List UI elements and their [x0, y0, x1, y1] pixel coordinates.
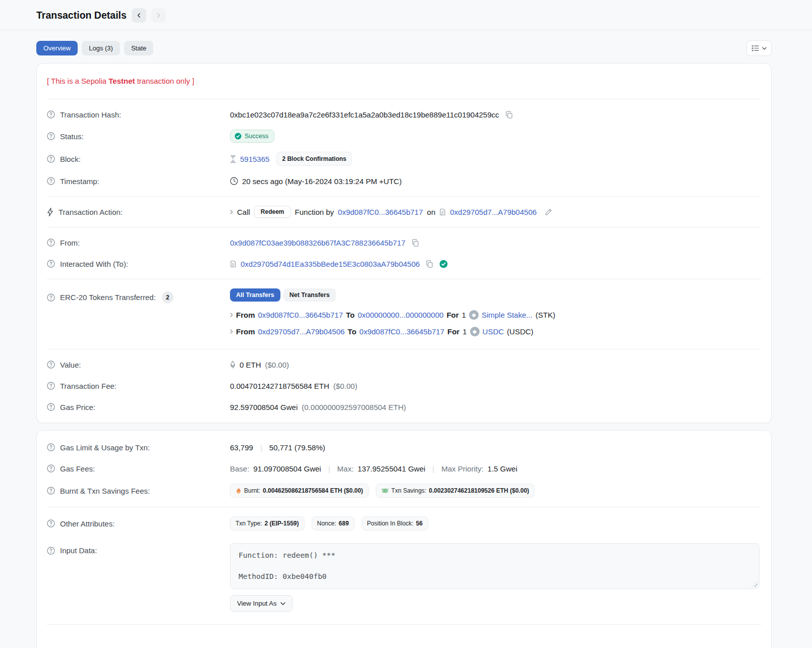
gas-used-value: 50,771 (79.58%): [269, 443, 325, 452]
copy-icon[interactable]: [412, 239, 419, 247]
hourglass-icon: [230, 155, 236, 163]
transaction-fee-amount: 0.004701242718756584 ETH: [230, 382, 329, 390]
next-transaction-button[interactable]: [151, 8, 166, 23]
transfer-to-word: To: [347, 327, 356, 336]
separator: |: [257, 443, 265, 452]
to-address-link[interactable]: 0xd29705d74d1Ea335bBede15E3c0803aA79b045…: [241, 260, 420, 268]
erc20-count-badge: 2: [162, 291, 173, 303]
net-transfers-button[interactable]: Net Transfers: [283, 288, 336, 302]
caret-right-icon[interactable]: [230, 210, 233, 214]
row-transaction-fee: Transaction Fee: 0.004701242718756584 ET…: [47, 375, 761, 396]
input-data-textarea[interactable]: Function: redeem() *** MethodID: 0xbe040…: [230, 543, 760, 589]
question-circle-icon[interactable]: [47, 239, 55, 247]
timestamp-label: Timestamp:: [60, 177, 99, 186]
copy-icon[interactable]: [505, 111, 513, 119]
input-data-label: Input Data:: [60, 546, 97, 555]
transfer-for-word: For: [447, 327, 459, 336]
row-block: Block: 5915365 2 Block Confirmations: [47, 147, 761, 170]
transfer-to-link[interactable]: 0x00000000...000000000: [358, 311, 443, 319]
max-fee-value: 137.95255041 Gwei: [358, 464, 425, 473]
separator: |: [325, 464, 333, 473]
question-circle-icon[interactable]: [47, 177, 55, 185]
transfer-to-link[interactable]: 0x9d087fC0...36645b717: [360, 327, 444, 336]
base-fee-value: 91.097008504 Gwei: [253, 464, 321, 473]
token-icon: ◆: [470, 327, 480, 336]
transfer-to-word: To: [346, 311, 355, 319]
caret-right-icon[interactable]: [230, 329, 233, 334]
transaction-fee-label: Transaction Fee:: [60, 382, 117, 390]
question-circle-icon[interactable]: [47, 464, 55, 473]
question-circle-icon[interactable]: [47, 547, 55, 555]
tab-logs[interactable]: Logs (3): [82, 41, 120, 55]
resize-handle[interactable]: [751, 581, 758, 587]
base-fee-label: Base:: [230, 464, 249, 473]
block-label: Block:: [60, 155, 81, 163]
warning-suffix: transaction only ]: [135, 77, 195, 85]
transfer-token-link[interactable]: Simple Stake...: [482, 311, 533, 319]
row-value: Value: 0 ETH ($0.00): [47, 354, 761, 375]
testnet-warning: [ This is a Sepolia Testnet transaction …: [47, 66, 761, 94]
action-by-address-link[interactable]: 0x9d087fC0...36645b717: [338, 208, 423, 216]
row-status: Status: Success: [47, 125, 761, 147]
nonce-label: Nonce:: [317, 520, 336, 527]
all-transfers-button[interactable]: All Transfers: [230, 288, 280, 302]
details-card: Gas Limit & Usage by Txn: 63,799 | 50,77…: [36, 430, 772, 648]
copy-icon[interactable]: [426, 260, 433, 268]
question-circle-icon[interactable]: [47, 110, 55, 119]
edit-pencil-icon[interactable]: [545, 208, 552, 216]
max-priority-label: Max Priority:: [441, 464, 483, 473]
verified-check-icon: [439, 260, 448, 268]
value-label: Value:: [60, 361, 81, 369]
transfer-token-symbol: (USDC): [507, 327, 534, 336]
previous-transaction-button[interactable]: [132, 8, 146, 23]
burnt-value: 0.004625086218756584 ETH ($0.00): [263, 487, 363, 494]
position-value: 56: [416, 520, 423, 527]
txn-savings-label-text: Txn Savings:: [391, 487, 426, 494]
txn-savings-value: 0.002302746218109526 ETH ($0.00): [429, 487, 529, 494]
position-label: Position In Block:: [367, 520, 414, 527]
question-circle-icon[interactable]: [47, 487, 55, 495]
question-circle-icon[interactable]: [47, 132, 55, 140]
transaction-hash-value: 0xbc1e023c07d18ea9a7c2e6f331efc1a5a2a0b3…: [230, 110, 499, 119]
transfer-from-link[interactable]: 0xd29705d7...A79b04506: [258, 327, 345, 336]
transfer-from-link[interactable]: 0x9d087fC0...36645b717: [258, 311, 343, 319]
caret-right-icon[interactable]: [230, 313, 233, 317]
question-circle-icon[interactable]: [47, 403, 55, 411]
divider: [47, 349, 761, 349]
gas-limit-value: 63,799: [230, 443, 253, 452]
burnt-badge: Burnt: 0.004625086218756584 ETH ($0.00): [230, 484, 369, 498]
txn-type-badge: Txn Type: 2 (EIP-1559): [230, 516, 305, 531]
question-circle-icon[interactable]: [47, 293, 55, 302]
transfer-token-link[interactable]: USDC: [483, 327, 504, 336]
chevron-left-icon: [136, 13, 142, 18]
row-erc20-transfers: ERC-20 Tokens Transferred: 2 All Transfe…: [47, 284, 761, 344]
value-amount: 0 ETH: [240, 361, 261, 369]
from-address-link[interactable]: 0x9d087fC03ae39b088326b67fA3C788236645b7…: [230, 239, 405, 247]
question-circle-icon[interactable]: [47, 260, 55, 268]
row-timestamp: Timestamp: 20 secs ago (May-16-2024 03:1…: [47, 170, 761, 192]
question-circle-icon[interactable]: [47, 155, 55, 163]
view-input-as-label: View Input As: [237, 600, 277, 607]
tab-state[interactable]: State: [124, 41, 153, 55]
warning-prefix: [ This is a Sepolia: [47, 77, 108, 85]
chevron-down-icon: [762, 47, 767, 50]
row-other-attributes: Other Attributes: Txn Type: 2 (EIP-1559)…: [47, 512, 761, 535]
question-circle-icon[interactable]: [47, 361, 55, 369]
question-circle-icon[interactable]: [47, 443, 55, 451]
from-label: From:: [60, 239, 80, 247]
divider: [47, 99, 761, 99]
question-circle-icon[interactable]: [47, 382, 55, 390]
view-input-as-button[interactable]: View Input As: [230, 595, 293, 612]
block-number-link[interactable]: 5915365: [240, 155, 269, 163]
action-contract-link[interactable]: 0xd29705d7...A79b04506: [450, 208, 537, 216]
transaction-hash-label: Transaction Hash:: [60, 110, 121, 119]
row-from: From: 0x9d087fC03ae39b088326b67fA3C78823…: [47, 232, 761, 253]
action-method-badge[interactable]: Redeem: [254, 206, 291, 218]
transfer-amount: 1: [462, 327, 467, 336]
row-gas-price: Gas Price: 92.597008504 Gwei (0.00000009…: [47, 396, 761, 418]
tab-overview[interactable]: Overview: [36, 41, 78, 55]
tab-bar: Overview Logs (3) State: [36, 40, 772, 56]
display-options-button[interactable]: [746, 40, 772, 56]
transfer-from-word: From: [236, 327, 255, 336]
question-circle-icon[interactable]: [47, 519, 55, 527]
